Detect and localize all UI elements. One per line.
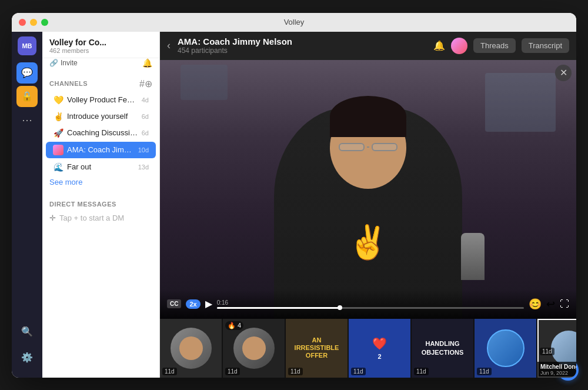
workspace-header: Volley for Co... 462 members	[42, 32, 159, 58]
thumbnail-7-selected[interactable]: Mitchell Dong Jun 9, 2022 11d	[537, 319, 576, 378]
time-label: 0:16	[217, 299, 524, 306]
header-right: 🔔 Threads Transcript	[433, 38, 569, 54]
rail-lock-icon[interactable]: 🔒	[16, 86, 38, 107]
dm-placeholder: ✛ Tap + to start a DM	[42, 210, 159, 226]
thumb-time: 11d	[288, 368, 303, 375]
app-body: MB 💬 🔒 ⋯ 🔍 ⚙️ Volley for Co... 462 membe…	[12, 32, 576, 378]
video-header: ‹ AMA: Coach Jimmy Nelson 454 participan…	[160, 32, 576, 60]
channel-item-volley-product[interactable]: 💛 Volley Product Feed... 4d	[46, 92, 156, 108]
close-video-button[interactable]: ✕	[555, 65, 572, 81]
window-title: Volley	[284, 18, 305, 26]
channel-time: 10d	[138, 146, 149, 154]
channel-emoji: 🌊	[53, 162, 64, 172]
thumbnail-2[interactable]: 🔥 4 11d	[223, 319, 285, 378]
threads-tab[interactable]: Threads	[473, 38, 516, 53]
user-avatar[interactable]: MB	[18, 36, 36, 55]
video-player: ✌	[160, 60, 576, 319]
play-button[interactable]: ▶	[205, 298, 212, 309]
reaction-emoji-button[interactable]: 😊	[529, 298, 542, 311]
progress-fill	[217, 307, 340, 309]
notification-bell[interactable]: 🔔	[142, 58, 152, 68]
channel-name: Introduce yourself	[67, 112, 138, 121]
channel-time: 6d	[142, 113, 149, 120]
thumbnail-6[interactable]: 11d	[475, 319, 536, 378]
thumbnail-4[interactable]: ❤️ 2 11d	[349, 319, 410, 378]
fullscreen-button[interactable]: ⛶	[560, 299, 569, 309]
channel-emoji: 💛	[53, 95, 64, 105]
transcript-tab[interactable]: Transcript	[522, 38, 569, 53]
progress-bar[interactable]	[217, 307, 524, 309]
video-controls: CC 2x ▶ 0:16 😊 ↩ ⛶	[160, 289, 576, 319]
close-button[interactable]	[19, 19, 26, 26]
video-subtitle: 454 participants	[178, 46, 292, 55]
channel-name: Coaching Discussion	[67, 128, 138, 137]
video-area: ✌ CC 2x ▶ 0:16 😊	[160, 60, 576, 319]
see-more-button[interactable]: See more	[42, 175, 159, 191]
thumbnail-strip: 11d 🔥 4 11d AN IRRESISTIBLE OFFER	[160, 319, 576, 378]
channel-item-far-out[interactable]: 🌊 Far out 13d	[46, 159, 156, 175]
cc-badge[interactable]: CC	[167, 299, 181, 308]
back-button[interactable]: ‹	[167, 39, 171, 52]
thumbnail-5[interactable]: HANDLING OBJECTIONS 11d	[412, 319, 473, 378]
thumbnail-3[interactable]: AN IRRESISTIBLE OFFER 11d	[286, 319, 348, 378]
thumb-reaction: 🔥 4	[225, 321, 243, 330]
progress-dot	[338, 305, 342, 310]
icon-rail: MB 💬 🔒 ⋯ 🔍 ⚙️	[12, 32, 42, 378]
channel-item-introduce[interactable]: ✌️ Introduce yourself 6d	[46, 109, 156, 124]
link-icon: 🔗	[49, 59, 58, 67]
members-count: 462 members	[49, 47, 152, 54]
video-title: AMA: Coach Jimmy Nelson	[178, 36, 292, 46]
channel-item-coaching[interactable]: 🚀 Coaching Discussion 6d	[46, 125, 156, 141]
app-window: Volley MB 💬 🔒 ⋯ 🔍 ⚙️ Volley for Co... 46…	[12, 13, 576, 378]
dm-plus-icon: ✛	[49, 214, 56, 222]
channel-name: AMA: Coach Jimmy ...	[67, 145, 135, 154]
rail-chat-icon[interactable]: 💬	[16, 62, 38, 84]
workspace-name: Volley for Co...	[49, 38, 152, 47]
channel-name: Far out	[67, 162, 135, 171]
invite-area: 🔗 Invite 🔔	[42, 58, 159, 74]
invite-button[interactable]: 🔗 Invite	[49, 59, 78, 67]
channel-time: 13d	[138, 164, 149, 171]
header-avatar[interactable]	[451, 38, 467, 54]
video-title-block: AMA: Coach Jimmy Nelson 454 participants	[178, 36, 292, 55]
thumb-time: 11d	[477, 368, 492, 375]
settings-icon[interactable]: ⚙️	[16, 347, 38, 368]
window-controls	[19, 19, 48, 26]
thumb-time: 11d	[414, 368, 429, 375]
thumb-time: 11d	[351, 368, 366, 375]
replay-button[interactable]: ↩	[546, 298, 555, 311]
rail-more-icon[interactable]: ⋯	[16, 109, 38, 131]
channel-item-ama-coach[interactable]: AMA: Coach Jimmy ... 10d	[46, 142, 156, 158]
thumb-time: 11d	[162, 368, 177, 375]
channel-avatar	[53, 145, 64, 155]
search-icon[interactable]: 🔍	[16, 321, 38, 342]
channel-emoji: ✌️	[53, 112, 64, 121]
thumb-time: 11d	[540, 348, 554, 355]
speed-badge[interactable]: 2x	[186, 299, 200, 309]
dm-section-header: DIRECT MESSAGES	[42, 196, 159, 210]
thumb-time: 11d	[225, 368, 240, 375]
channel-time: 4d	[142, 96, 149, 104]
header-bell-icon[interactable]: 🔔	[433, 40, 445, 51]
channel-emoji: 🚀	[53, 128, 64, 138]
channel-name: Volley Product Feed...	[67, 95, 138, 104]
sidebar: Volley for Co... 462 members 🔗 Invite 🔔 …	[42, 32, 160, 378]
thumbnail-1[interactable]: 11d	[160, 319, 222, 378]
channel-time: 6d	[142, 129, 149, 136]
maximize-button[interactable]	[41, 19, 48, 26]
main-content: ‹ AMA: Coach Jimmy Nelson 454 participan…	[160, 32, 576, 378]
progress-container[interactable]: 0:16	[217, 299, 524, 309]
minimize-button[interactable]	[30, 19, 37, 26]
dm-label: DIRECT MESSAGES	[49, 201, 116, 208]
channels-section-header: CHANNELS #⊕	[42, 74, 159, 92]
add-channel-button[interactable]: #⊕	[139, 78, 152, 89]
titlebar: Volley	[12, 13, 576, 32]
channels-label: CHANNELS	[49, 80, 88, 87]
